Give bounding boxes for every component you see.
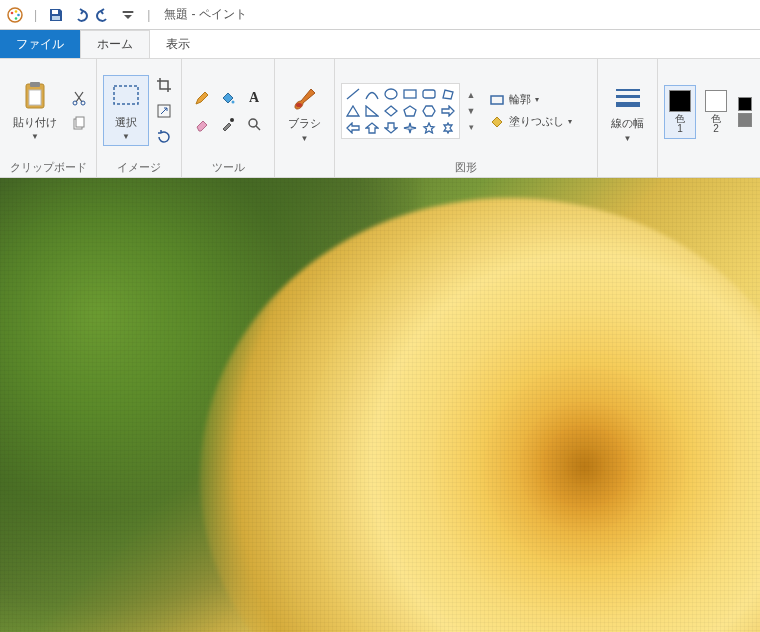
shape-hexagon[interactable] bbox=[420, 103, 438, 119]
shape-up-arrow[interactable] bbox=[363, 120, 381, 136]
shape-star4[interactable] bbox=[401, 120, 419, 136]
color1-button[interactable]: 色 1 bbox=[664, 85, 696, 139]
copy-icon[interactable] bbox=[68, 113, 90, 135]
size-button[interactable]: 線の幅 ▼ bbox=[604, 76, 651, 147]
select-icon bbox=[110, 80, 142, 112]
svg-rect-22 bbox=[404, 90, 416, 98]
svg-point-1 bbox=[11, 11, 14, 14]
cut-icon[interactable] bbox=[68, 87, 90, 109]
separator: | bbox=[147, 8, 150, 22]
canvas-area[interactable] bbox=[0, 178, 760, 632]
picker-icon[interactable] bbox=[216, 112, 240, 136]
color2-button[interactable]: 色 2 bbox=[700, 85, 732, 139]
rotate-icon[interactable] bbox=[153, 126, 175, 148]
size-label: 線の幅 bbox=[611, 117, 644, 129]
group-colors: 色 1 色 2 bbox=[658, 59, 760, 177]
shape-rounded-rect[interactable] bbox=[420, 86, 438, 102]
shape-polygon[interactable] bbox=[439, 86, 457, 102]
svg-point-3 bbox=[17, 13, 20, 16]
shapes-expand-icon[interactable]: ▾ bbox=[469, 122, 474, 132]
brush-icon bbox=[289, 81, 321, 113]
group-shapes-label: 図形 bbox=[341, 158, 591, 175]
svg-rect-10 bbox=[29, 90, 41, 105]
redo-icon[interactable] bbox=[95, 6, 113, 24]
window-title: 無題 - ペイント bbox=[164, 6, 247, 23]
shape-line[interactable] bbox=[344, 86, 362, 102]
shape-oval[interactable] bbox=[382, 86, 400, 102]
tab-file[interactable]: ファイル bbox=[0, 30, 80, 58]
text-icon[interactable]: A bbox=[242, 86, 266, 110]
shape-triangle[interactable] bbox=[344, 103, 362, 119]
shape-outline-button[interactable]: 輪郭 ▾ bbox=[484, 90, 577, 110]
svg-point-21 bbox=[385, 89, 397, 99]
shape-curve[interactable] bbox=[363, 86, 381, 102]
shapes-scroll: ▲ ▼ ▾ bbox=[464, 90, 478, 132]
chevron-down-icon: ▼ bbox=[624, 134, 632, 143]
svg-point-4 bbox=[15, 17, 18, 20]
pencil-icon[interactable] bbox=[190, 86, 214, 110]
color2-swatch bbox=[705, 90, 727, 112]
svg-rect-23 bbox=[423, 90, 435, 98]
shape-down-arrow[interactable] bbox=[382, 120, 400, 136]
svg-point-12 bbox=[81, 101, 85, 105]
crop-icon[interactable] bbox=[153, 74, 175, 96]
chevron-down-icon: ▼ bbox=[122, 132, 130, 141]
tab-view[interactable]: 表示 bbox=[150, 30, 206, 58]
color2-label: 色 2 bbox=[711, 114, 721, 134]
save-icon[interactable] bbox=[47, 6, 65, 24]
paste-icon bbox=[19, 80, 51, 112]
select-button[interactable]: 選択 ▼ bbox=[103, 75, 149, 146]
shapes-gallery[interactable] bbox=[341, 83, 460, 139]
outline-icon bbox=[489, 92, 505, 108]
chevron-down-icon: ▼ bbox=[301, 134, 309, 143]
outline-label: 輪郭 bbox=[509, 92, 531, 107]
group-brushes-spacer bbox=[281, 161, 328, 175]
svg-rect-24 bbox=[491, 96, 503, 104]
group-colors-spacer bbox=[664, 161, 754, 175]
separator: | bbox=[34, 8, 37, 22]
color1-swatch bbox=[669, 90, 691, 112]
shape-star5[interactable] bbox=[420, 120, 438, 136]
paste-button[interactable]: 貼り付け ▼ bbox=[6, 75, 64, 146]
shapes-scroll-up-icon[interactable]: ▲ bbox=[467, 90, 476, 100]
group-size-spacer bbox=[604, 161, 651, 175]
color1-label: 色 1 bbox=[675, 114, 685, 134]
brushes-button[interactable]: ブラシ ▼ bbox=[281, 76, 328, 147]
shape-diamond[interactable] bbox=[382, 103, 400, 119]
quick-access-toolbar: | | bbox=[6, 6, 154, 24]
shape-left-arrow[interactable] bbox=[344, 120, 362, 136]
shape-right-arrow[interactable] bbox=[439, 103, 457, 119]
svg-rect-15 bbox=[114, 86, 138, 104]
svg-rect-9 bbox=[30, 82, 40, 87]
canvas-pixel-overlay bbox=[0, 178, 760, 632]
shape-star6[interactable] bbox=[439, 120, 457, 136]
palette-swatch-gray[interactable] bbox=[738, 113, 752, 127]
svg-point-11 bbox=[73, 101, 77, 105]
tab-home[interactable]: ホーム bbox=[80, 30, 150, 58]
resize-icon[interactable] bbox=[153, 100, 175, 122]
palette-swatch-black[interactable] bbox=[738, 97, 752, 111]
shape-pentagon[interactable] bbox=[401, 103, 419, 119]
fill-shape-icon bbox=[489, 114, 505, 130]
svg-rect-26 bbox=[616, 95, 640, 98]
customize-qat-icon[interactable] bbox=[119, 6, 137, 24]
group-shapes: ▲ ▼ ▾ 輪郭 ▾ 塗りつぶし ▾ 図形 bbox=[335, 59, 598, 177]
size-icon bbox=[612, 81, 644, 113]
chevron-down-icon: ▼ bbox=[31, 132, 39, 141]
ribbon-tabs: ファイル ホーム 表示 bbox=[0, 30, 760, 58]
undo-icon[interactable] bbox=[71, 6, 89, 24]
ribbon: 貼り付け ▼ クリップボード 選択 ▼ bbox=[0, 58, 760, 178]
shape-fill-button[interactable]: 塗りつぶし ▾ bbox=[484, 112, 577, 132]
fill-icon[interactable] bbox=[216, 86, 240, 110]
chevron-down-icon: ▾ bbox=[568, 117, 572, 126]
eraser-icon[interactable] bbox=[190, 112, 214, 136]
select-label: 選択 bbox=[115, 116, 137, 128]
svg-rect-7 bbox=[123, 11, 134, 13]
shapes-scroll-down-icon[interactable]: ▼ bbox=[467, 106, 476, 116]
shape-right-triangle[interactable] bbox=[363, 103, 381, 119]
shape-rect[interactable] bbox=[401, 86, 419, 102]
svg-rect-25 bbox=[616, 89, 640, 91]
brushes-label: ブラシ bbox=[288, 117, 321, 129]
svg-point-20 bbox=[296, 103, 302, 107]
magnifier-icon[interactable] bbox=[242, 112, 266, 136]
